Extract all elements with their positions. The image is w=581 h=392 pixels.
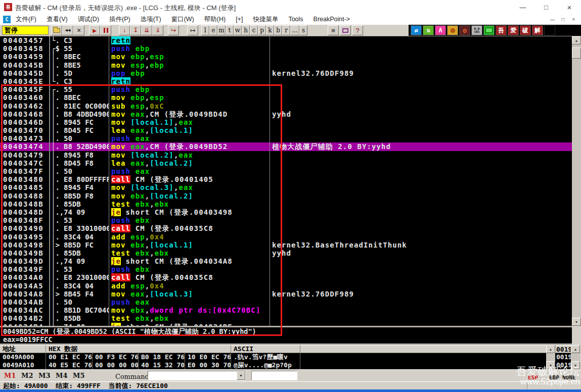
stack-panel-clipped[interactable]: 001900190019 — [555, 345, 571, 369]
column-separator[interactable] — [109, 36, 109, 326]
dump-row[interactable]: 0049A00000 E1 EC 7600 F3 EC 76B0 18 EC 7… — [0, 353, 546, 361]
chevron-down-icon[interactable]: ▼ — [237, 371, 245, 380]
dump-panel[interactable]: 地址 HEX 数据 ASCII 0049A00000 E1 EC 7600 F3… — [0, 345, 546, 369]
disasm-row[interactable]: 00403485│.8945 F4mov [local.3],eax — [0, 183, 572, 191]
open-file-button[interactable] — [51, 25, 62, 35]
disasm-row[interactable]: 0040349B│.85DBtest ebx,ebxyyhd — [0, 249, 572, 257]
scroll-up-icon[interactable]: ▲ — [572, 36, 581, 44]
mdi-restore-button[interactable]: □ — [558, 15, 568, 23]
options-list-button[interactable]: ≡ — [328, 25, 339, 35]
sync-arrows-button[interactable]: ⇄ — [411, 25, 422, 35]
assemble-a-button[interactable]: A — [435, 25, 446, 35]
disasm-row[interactable]: 0040347C│.8D45 F8lea eax,[local.2] — [0, 159, 572, 167]
disasm-row[interactable]: 00403459│.8BECmov ebp,esp — [0, 53, 572, 61]
view-l-button[interactable]: l — [201, 25, 209, 35]
stack-address[interactable]: 0019 — [555, 345, 571, 353]
disasm-row[interactable]: 0040345D│.5Dpop ebpkernel32.76DDF989 — [0, 69, 572, 77]
view-k-button[interactable]: k — [266, 25, 274, 35]
disasm-row[interactable]: 00403460│.8BECmov ebp,esp — [0, 93, 572, 102]
view-b-button[interactable]: b — [274, 25, 282, 35]
disasm-row[interactable]: 004034AC│.8B1D BC704C0mov ebx,dword ptr … — [0, 306, 572, 314]
po-button[interactable]: 破 — [520, 25, 531, 35]
binary-button[interactable]: 0.0101 — [471, 25, 482, 35]
disasm-row[interactable]: 004034A0│.E8 23010000call CM (登录.004035C… — [0, 273, 572, 281]
disasm-row[interactable]: 0040349F│.53push ebx — [0, 265, 572, 273]
blank-button[interactable] — [544, 25, 555, 35]
disasm-row[interactable]: 004034A8│>8B45 F4mov eax,[local.3]kernel… — [0, 290, 572, 298]
disasm-row[interactable]: 0040347F│.50push eax — [0, 167, 572, 175]
disasm-row[interactable]: 0040348D│.,74 09je short CM (登录.00403498 — [0, 208, 572, 216]
menu-item-1[interactable]: 文件(F) — [16, 15, 36, 24]
jie-button[interactable]: 解 — [532, 25, 543, 35]
animate-over-button[interactable]: ⇓ — [152, 25, 163, 35]
scroll-up-icon[interactable]: ▲ — [571, 345, 580, 353]
ai-button[interactable]: 爱 — [508, 25, 519, 35]
disasm-row[interactable]: 004034B2│.85DBtest ebx,ebx — [0, 314, 572, 322]
disasm-row[interactable]: 00403480│.E8 80DFFFFFcall CM (登录.0040140… — [0, 175, 572, 183]
menu-item-5[interactable]: 选项(T) — [141, 15, 161, 24]
command-input[interactable] — [149, 372, 237, 379]
disassembly-panel[interactable]: 00403457└.C3retn00403458┌$55push ebp0040… — [0, 36, 572, 326]
menu-item-6[interactable]: 窗口(W) — [171, 15, 194, 24]
menu-item-2[interactable]: 查看(V) — [47, 15, 68, 24]
memory-tab-m1[interactable]: M1 — [4, 372, 16, 379]
command-combobox[interactable]: ▼ — [148, 371, 246, 380]
view-p-button[interactable]: p — [258, 25, 266, 35]
scrollbar-thumb[interactable] — [572, 47, 581, 59]
execute-till-return-button[interactable]: ↪ — [168, 25, 179, 35]
view-t-button[interactable]: t — [226, 25, 234, 35]
dump-header-hex[interactable]: HEX 数据 — [46, 345, 231, 353]
dump-scrollbar[interactable]: ▲ ▼ — [546, 345, 555, 369]
disasm-row[interactable]: 0040348F│.53push ebx — [0, 216, 572, 224]
disasm-row[interactable]: 00403498│>8B5D FCmov ebx,[local.1]kernel… — [0, 241, 572, 249]
disasm-row[interactable]: 00403479│.8945 F8mov [local.2],eax — [0, 151, 572, 159]
minimize-button[interactable]: — — [511, 0, 534, 14]
disasm-row[interactable]: 00403490│.E8 33010000call CM (登录.004035C… — [0, 224, 572, 232]
disasm-row[interactable]: 0040345F┌.55push ebp — [0, 85, 572, 93]
dump-header-ascii[interactable]: ASCII — [231, 345, 300, 353]
menu-item-10[interactable]: Tools — [288, 16, 303, 23]
disasm-row[interactable]: 00403457└.C3retn — [0, 36, 572, 44]
orange-dot-button[interactable] — [447, 25, 458, 35]
menu-item-7[interactable]: 帮助(H) — [204, 15, 226, 24]
column-separator[interactable] — [49, 36, 50, 326]
mdi-minimize-button[interactable]: — — [547, 15, 558, 23]
disasm-row[interactable]: 0040346D│.8945 FCmov [local.1],eax — [0, 118, 572, 126]
disasm-row[interactable]: 00403458┌$55push ebp — [0, 44, 572, 53]
disasm-row[interactable]: 00403474│.B8 52BD4900mov eax,CM (登录.0049… — [0, 142, 572, 151]
target-button[interactable]: ◎ — [459, 25, 470, 35]
disasm-row[interactable]: 0040345B│.8BE5mov esp,ebp — [0, 61, 572, 69]
updown-arrows-button[interactable]: ⇅ — [423, 25, 434, 35]
memory-tab-m2[interactable]: M2 — [21, 372, 33, 379]
restart-button[interactable]: ◀◀ — [62, 25, 73, 35]
maximize-button[interactable]: □ — [534, 0, 558, 14]
view-h-button[interactable]: h — [242, 25, 250, 35]
disasm-row[interactable]: 00403473│.50push eax — [0, 134, 572, 142]
disasm-row[interactable]: 00403470│.8D45 FClea eax,[local.1] — [0, 126, 572, 134]
view-s-button[interactable]: s — [299, 25, 307, 35]
stack-scrollbar[interactable]: ▲ ▼ — [571, 345, 580, 369]
memory-tab-m3[interactable]: M3 — [38, 372, 50, 379]
pause-button[interactable] — [100, 25, 111, 35]
wu-button[interactable]: 吾 — [496, 25, 507, 35]
mdi-close-button[interactable]: × — [568, 15, 579, 23]
animate-into-button[interactable]: ⇊ — [141, 25, 152, 35]
run-button[interactable]: ▶ — [89, 25, 100, 35]
dump-header-address[interactable]: 地址 — [0, 345, 46, 353]
go-to-address-button[interactable]: ↦ — [187, 25, 198, 35]
scroll-up-icon[interactable]: ▲ — [546, 345, 555, 353]
disasm-row[interactable]: 00403495│.83C4 04add esp,0x4 — [0, 233, 572, 241]
appearance-window-button[interactable] — [340, 25, 351, 35]
disasm-row[interactable]: 004034AB│.50push eax — [0, 298, 572, 306]
disasm-row[interactable]: 0040348B│.85DBtest ebx,ebx — [0, 200, 572, 208]
secondary-input-box[interactable] — [251, 371, 297, 380]
help-button[interactable]: ? — [352, 25, 363, 35]
menu-item-4[interactable]: 插件(P) — [109, 15, 130, 24]
screen-button[interactable] — [483, 25, 495, 35]
scroll-down-icon[interactable]: ▼ — [546, 361, 555, 369]
disasm-row[interactable]: 0040345E└.C3retn — [0, 77, 572, 85]
close-program-button[interactable]: × — [73, 25, 84, 35]
disasm-row[interactable]: 00403462│.81EC 0C00000sub esp,0xC — [0, 102, 572, 110]
view-e-button[interactable]: e — [209, 25, 217, 35]
scroll-down-icon[interactable]: ▼ — [571, 361, 580, 369]
